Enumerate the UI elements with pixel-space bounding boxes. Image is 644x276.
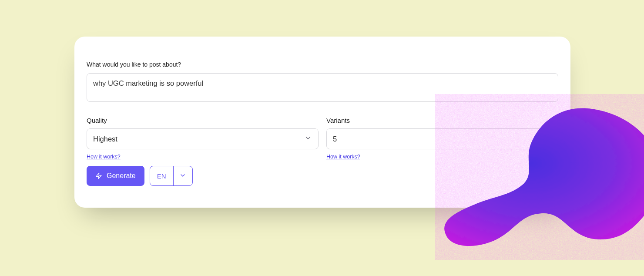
variants-column: Variants 5 How it works?: [326, 117, 558, 160]
quality-label: Quality: [87, 117, 319, 124]
svg-marker-0: [96, 173, 101, 178]
variants-help-link[interactable]: How it works?: [326, 154, 360, 160]
quality-help-link[interactable]: How it works?: [87, 154, 121, 160]
prompt-label: What would you like to post about?: [87, 61, 558, 68]
options-row: Quality Highest How it works? Variants 5…: [87, 117, 558, 160]
quality-select[interactable]: Highest: [87, 128, 319, 149]
generate-button[interactable]: Generate: [87, 166, 144, 186]
language-button[interactable]: EN: [150, 166, 173, 185]
generate-label: Generate: [107, 172, 136, 180]
lightning-icon: [95, 172, 102, 179]
language-select-group: EN: [150, 166, 193, 186]
actions-row: Generate EN: [87, 166, 558, 186]
variants-label: Variants: [326, 117, 558, 124]
quality-column: Quality Highest How it works?: [87, 117, 319, 160]
chevron-down-icon: [544, 134, 552, 144]
prompt-input[interactable]: [87, 73, 558, 102]
chevron-down-icon: [179, 172, 186, 180]
language-dropdown-button[interactable]: [173, 166, 192, 185]
form-card: What would you like to post about? Quali…: [74, 37, 570, 208]
variants-select[interactable]: 5: [326, 128, 558, 149]
quality-value: Highest: [93, 135, 117, 143]
chevron-down-icon: [304, 134, 312, 144]
variants-value: 5: [333, 135, 337, 143]
